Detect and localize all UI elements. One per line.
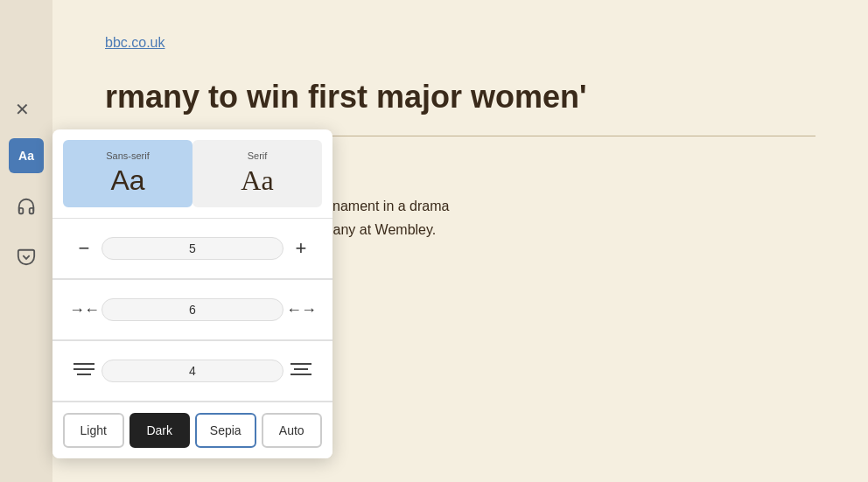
theme-light-button[interactable]: Light [63,413,124,448]
reader-mode-button[interactable]: Aa [9,138,44,173]
lines-wide-icon [290,360,312,382]
line-spacing-decrease-button[interactable]: →← [66,292,102,327]
font-sans-serif-option[interactable]: Sans-serif Aa [63,140,192,207]
arrows-inward-icon: →← [69,301,99,319]
margin-increase-button[interactable] [284,353,318,388]
sans-serif-label: Sans-serif [106,150,150,161]
margin-row: 4 [52,341,332,402]
pocket-button[interactable] [9,240,44,275]
lines-narrow-icon [74,360,94,382]
site-url[interactable]: bbc.co.uk [105,35,816,51]
line-spacing-increase-button[interactable]: ←→ [284,292,318,327]
theme-auto-button[interactable]: Auto [262,413,323,448]
pocket-icon [17,248,36,267]
theme-dark-button[interactable]: Dark [130,413,191,448]
close-button[interactable]: ✕ [9,96,35,122]
serif-label: Serif [248,150,268,161]
font-serif-option[interactable]: Serif Aa [192,140,322,207]
margin-decrease-button[interactable] [66,353,102,388]
audio-button[interactable] [9,189,44,224]
font-size-increase-button[interactable]: + [284,231,318,266]
margin-value: 4 [102,360,284,382]
font-selector: Sans-serif Aa Serif Aa [52,129,332,218]
font-size-decrease-button[interactable]: − [66,231,102,266]
serif-preview: Aa [241,164,273,197]
line-spacing-value: 6 [102,298,284,321]
font-size-row: − 5 + [52,219,332,279]
headphones-icon [17,197,36,216]
theme-row: Light Dark Sepia Auto [52,402,332,458]
article-title: rmany to win first major women' [105,77,816,118]
arrows-outward-icon: ←→ [286,301,316,319]
sans-serif-preview: Aa [110,164,144,197]
settings-panel: Sans-serif Aa Serif Aa − 5 + →← 6 ←→ [52,129,332,458]
font-size-value: 5 [102,237,284,260]
line-spacing-row: →← 6 ←→ [52,280,332,340]
theme-sepia-button[interactable]: Sepia [195,413,256,448]
